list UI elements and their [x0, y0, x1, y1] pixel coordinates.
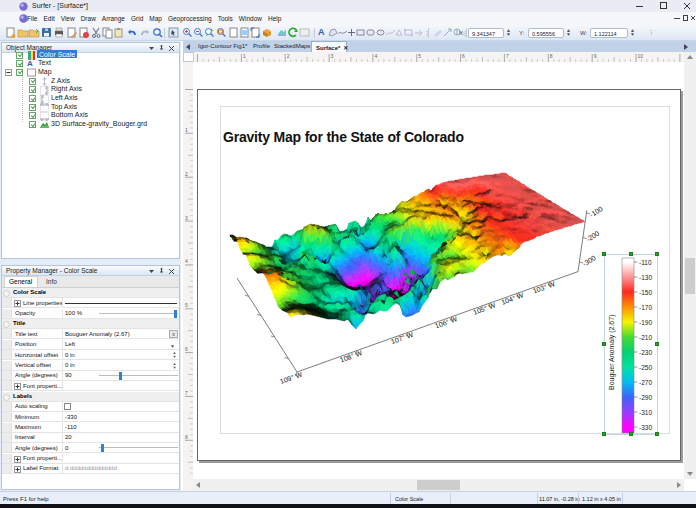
svg-text:-110: -110 — [639, 259, 652, 266]
svg-text:105° W: 105° W — [472, 301, 496, 315]
svg-text:-230: -230 — [639, 349, 652, 356]
svg-text:-170: -170 — [639, 304, 652, 311]
svg-text:-330: -330 — [639, 424, 652, 431]
svg-text:-210: -210 — [639, 334, 652, 341]
svg-text:-130: -130 — [639, 274, 652, 281]
svg-text:-200: -200 — [585, 230, 601, 243]
svg-text:109° W: 109° W — [279, 370, 303, 384]
svg-text:106° W: 106° W — [434, 315, 458, 329]
svg-text:-190: -190 — [639, 319, 652, 326]
svg-text:-290: -290 — [639, 394, 652, 401]
svg-text:103° W: 103° W — [532, 280, 556, 294]
svg-text:107° W: 107° W — [390, 331, 414, 345]
svg-text:-100: -100 — [588, 205, 604, 218]
svg-text:-250: -250 — [639, 364, 652, 371]
svg-text:104° W: 104° W — [500, 291, 524, 305]
svg-text:Bouguer Anomaly (2.67): Bouguer Anomaly (2.67) — [608, 315, 616, 391]
svg-text:-150: -150 — [639, 289, 652, 296]
svg-text:-270: -270 — [639, 379, 652, 386]
svg-text:-310: -310 — [639, 409, 652, 416]
svg-text:108° W: 108° W — [339, 349, 363, 363]
svg-text:-300: -300 — [581, 254, 597, 267]
